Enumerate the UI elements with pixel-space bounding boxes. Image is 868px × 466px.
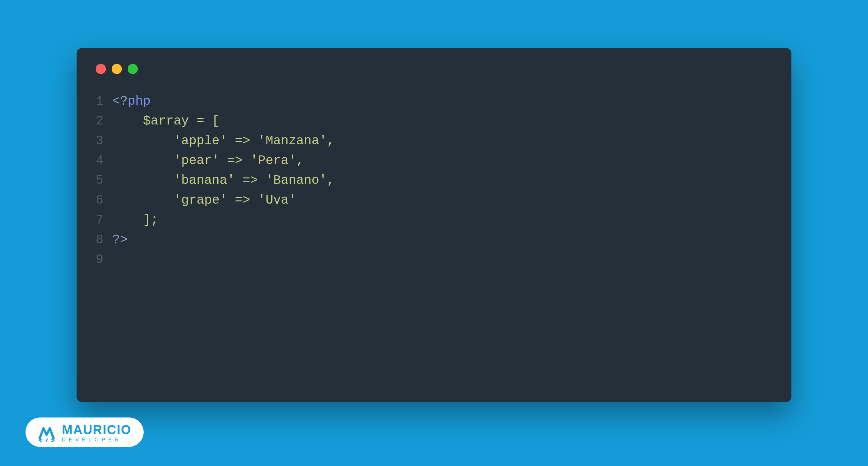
line-number: 5: [96, 171, 103, 191]
line-number: 7: [96, 210, 103, 230]
code-token: [112, 173, 174, 188]
code-token: =>: [235, 193, 250, 208]
code-token: [250, 193, 258, 208]
line-number: 2: [96, 112, 103, 131]
code-line: 'apple' => 'Manzana',: [112, 131, 335, 151]
code-token: [243, 154, 250, 168]
code-line: $array = [: [112, 112, 335, 131]
code-token: ];: [143, 213, 158, 227]
code-token: [250, 134, 258, 148]
brand-subtitle: DEVELOPER: [62, 437, 131, 442]
code-lines: <?php $array = [ 'apple' => 'Manzana', '…: [112, 92, 335, 270]
code-line: ?>: [112, 230, 335, 250]
code-token: [227, 134, 235, 148]
window-zoom-dot: [128, 64, 138, 74]
code-token: =>: [243, 173, 258, 188]
code-token: [235, 173, 243, 188]
stage: 123456789 <?php $array = [ 'apple' => 'M…: [0, 0, 868, 466]
code-token: <?: [112, 94, 128, 108]
code-token: [258, 173, 266, 188]
code-token: 'apple': [174, 134, 227, 148]
brand-badge: MAURICIO DEVELOPER: [26, 417, 144, 447]
code-line: 'grape' => 'Uva': [112, 191, 335, 210]
code-token: $array: [143, 114, 189, 128]
code-token: [227, 193, 235, 208]
code-window: 123456789 <?php $array = [ 'apple' => 'M…: [76, 48, 792, 402]
code-token: [112, 134, 174, 148]
line-number: 4: [96, 151, 103, 171]
code-token: 'grape': [174, 193, 227, 208]
code-token: =>: [235, 134, 250, 148]
code-line: [112, 250, 335, 270]
line-number: 1: [96, 92, 103, 112]
code-token: =>: [227, 154, 243, 168]
line-number: 3: [96, 131, 103, 151]
window-minimize-dot: [112, 64, 122, 74]
window-traffic-lights: [96, 64, 772, 74]
code-token: 'Uva': [258, 193, 296, 208]
code-token: ,: [327, 134, 335, 148]
code-token: ?>: [112, 233, 128, 247]
code-token: php: [128, 94, 151, 108]
brand-name: MAURICIO: [62, 423, 131, 436]
line-number: 9: [96, 250, 103, 270]
code-line: 'pear' => 'Pera',: [112, 151, 335, 171]
code-token: [204, 114, 212, 128]
code-token: 'pear': [174, 154, 220, 168]
line-number: 8: [96, 230, 103, 250]
svg-line-0: [46, 439, 47, 442]
brand-logo-icon: [38, 424, 56, 442]
brand-text: MAURICIO DEVELOPER: [62, 423, 131, 442]
code-token: [112, 114, 143, 128]
line-number-gutter: 123456789: [96, 92, 112, 270]
code-token: [112, 193, 174, 208]
code-token: 'Banano': [266, 173, 327, 188]
code-token: [112, 213, 143, 227]
code-line: <?php: [112, 92, 335, 112]
code-token: ,: [327, 173, 335, 188]
code-token: [220, 154, 227, 168]
code-token: [189, 114, 196, 128]
code-token: [112, 154, 174, 168]
code-area: 123456789 <?php $array = [ 'apple' => 'M…: [96, 92, 772, 270]
code-line: ];: [112, 210, 335, 230]
code-line: 'banana' => 'Banano',: [112, 171, 335, 191]
code-token: 'Pera': [250, 154, 296, 168]
code-token: ,: [296, 154, 304, 168]
line-number: 6: [96, 191, 103, 210]
code-token: 'banana': [174, 173, 235, 188]
code-token: [: [212, 114, 220, 128]
window-close-dot: [96, 64, 106, 74]
code-token: =: [196, 114, 204, 128]
code-token: 'Manzana': [258, 134, 327, 148]
